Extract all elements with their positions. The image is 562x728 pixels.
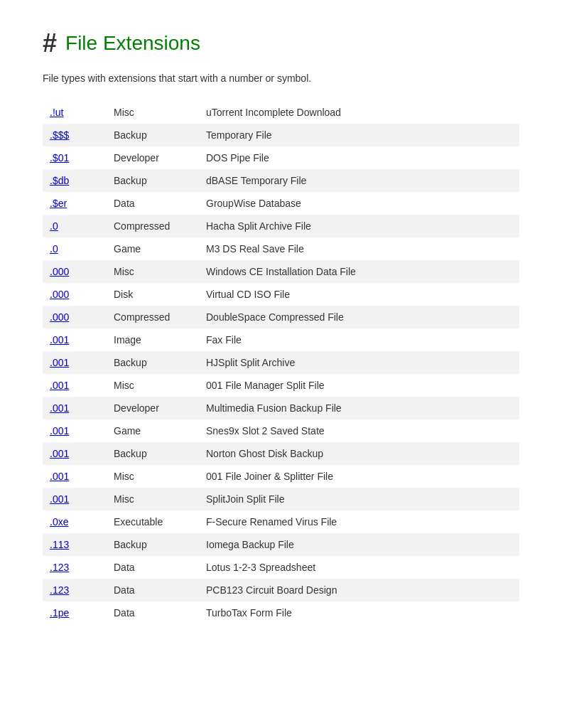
ext-link[interactable]: .000 bbox=[50, 266, 69, 277]
table-row: .0xeExecutableF-Secure Renamed Virus Fil… bbox=[43, 510, 519, 533]
table-row: .001BackupHJSplit Split Archive bbox=[43, 351, 519, 374]
description-cell: DoubleSpace Compressed File bbox=[199, 306, 519, 328]
ext-link[interactable]: .001 bbox=[50, 448, 69, 459]
category-cell: Compressed bbox=[107, 215, 199, 237]
description-cell: Hacha Split Archive File bbox=[199, 215, 519, 237]
description-cell: DOS Pipe File bbox=[199, 146, 519, 169]
table-row: .1peDataTurboTax Form File bbox=[43, 601, 519, 624]
category-cell: Game bbox=[107, 419, 199, 442]
table-row: .0GameM3 DS Real Save File bbox=[43, 237, 519, 260]
ext-link[interactable]: .001 bbox=[50, 380, 69, 391]
description-cell: F-Secure Renamed Virus File bbox=[199, 510, 519, 533]
category-cell: Misc bbox=[107, 101, 199, 124]
ext-link[interactable]: .001 bbox=[50, 425, 69, 437]
description-cell: 001 File Joiner & Splitter File bbox=[199, 465, 519, 488]
page-header: # File Extensions bbox=[43, 28, 519, 58]
description-cell: M3 DS Real Save File bbox=[199, 237, 519, 260]
ext-link[interactable]: .113 bbox=[50, 539, 69, 550]
category-cell: Misc bbox=[107, 260, 199, 283]
description-cell: Iomega Backup File bbox=[199, 533, 519, 556]
hash-symbol: # bbox=[43, 28, 57, 58]
ext-link[interactable]: .001 bbox=[50, 357, 69, 368]
description-cell: dBASE Temporary File bbox=[199, 169, 519, 192]
description-cell: GroupWise Database bbox=[199, 192, 519, 215]
ext-link[interactable]: .001 bbox=[50, 493, 69, 505]
description-cell: Lotus 1-2-3 Spreadsheet bbox=[199, 556, 519, 579]
ext-link[interactable]: .$db bbox=[50, 175, 69, 186]
ext-link[interactable]: .0 bbox=[50, 220, 58, 232]
ext-link[interactable]: .001 bbox=[50, 471, 69, 482]
description-cell: SplitJoin Split File bbox=[199, 488, 519, 510]
description-cell: Virtual CD ISO File bbox=[199, 283, 519, 306]
category-cell: Backup bbox=[107, 124, 199, 146]
category-cell: Backup bbox=[107, 169, 199, 192]
table-row: .001DeveloperMultimedia Fusion Backup Fi… bbox=[43, 397, 519, 419]
category-cell: Data bbox=[107, 556, 199, 579]
table-row: .000DiskVirtual CD ISO File bbox=[43, 283, 519, 306]
category-cell: Backup bbox=[107, 442, 199, 465]
category-cell: Developer bbox=[107, 146, 199, 169]
table-row: .000MiscWindows CE Installation Data Fil… bbox=[43, 260, 519, 283]
category-cell: Misc bbox=[107, 488, 199, 510]
ext-link[interactable]: .000 bbox=[50, 289, 69, 300]
ext-link[interactable]: .123 bbox=[50, 584, 69, 596]
ext-link[interactable]: .123 bbox=[50, 562, 69, 573]
table-row: .$erDataGroupWise Database bbox=[43, 192, 519, 215]
table-row: .$$$BackupTemporary File bbox=[43, 124, 519, 146]
table-row: .0CompressedHacha Split Archive File bbox=[43, 215, 519, 237]
category-cell: Game bbox=[107, 237, 199, 260]
category-cell: Executable bbox=[107, 510, 199, 533]
table-row: .001MiscSplitJoin Split File bbox=[43, 488, 519, 510]
category-cell: Data bbox=[107, 192, 199, 215]
category-cell: Misc bbox=[107, 465, 199, 488]
category-cell: Misc bbox=[107, 374, 199, 397]
description-cell: uTorrent Incomplete Download bbox=[199, 101, 519, 124]
category-cell: Backup bbox=[107, 351, 199, 374]
ext-link[interactable]: .$er bbox=[50, 198, 67, 209]
description-cell: PCB123 Circuit Board Design bbox=[199, 579, 519, 601]
ext-link[interactable]: .001 bbox=[50, 334, 69, 346]
table-row: .001GameSnes9x Slot 2 Saved State bbox=[43, 419, 519, 442]
table-row: .001ImageFax File bbox=[43, 328, 519, 351]
table-row: .001Misc001 File Joiner & Splitter File bbox=[43, 465, 519, 488]
table-row: .000CompressedDoubleSpace Compressed Fil… bbox=[43, 306, 519, 328]
description-cell: HJSplit Split Archive bbox=[199, 351, 519, 374]
description-cell: Temporary File bbox=[199, 124, 519, 146]
ext-link[interactable]: .1pe bbox=[50, 607, 69, 619]
table-row: .001Misc001 File Manager Split File bbox=[43, 374, 519, 397]
table-row: .$01DeveloperDOS Pipe File bbox=[43, 146, 519, 169]
category-cell: Disk bbox=[107, 283, 199, 306]
description-cell: Fax File bbox=[199, 328, 519, 351]
category-cell: Data bbox=[107, 601, 199, 624]
description-cell: Norton Ghost Disk Backup bbox=[199, 442, 519, 465]
ext-link[interactable]: .$01 bbox=[50, 152, 69, 164]
table-row: .113BackupIomega Backup File bbox=[43, 533, 519, 556]
table-row: .123DataLotus 1-2-3 Spreadsheet bbox=[43, 556, 519, 579]
description-cell: Snes9x Slot 2 Saved State bbox=[199, 419, 519, 442]
description-cell: 001 File Manager Split File bbox=[199, 374, 519, 397]
ext-link[interactable]: .000 bbox=[50, 311, 69, 323]
page-description: File types with extensions that start wi… bbox=[43, 73, 519, 84]
description-cell: Multimedia Fusion Backup File bbox=[199, 397, 519, 419]
category-cell: Developer bbox=[107, 397, 199, 419]
category-cell: Image bbox=[107, 328, 199, 351]
table-row: .001BackupNorton Ghost Disk Backup bbox=[43, 442, 519, 465]
table-row: .123DataPCB123 Circuit Board Design bbox=[43, 579, 519, 601]
description-cell: Windows CE Installation Data File bbox=[199, 260, 519, 283]
table-row: .!utMiscuTorrent Incomplete Download bbox=[43, 101, 519, 124]
ext-link[interactable]: .001 bbox=[50, 402, 69, 414]
file-extensions-table: .!utMiscuTorrent Incomplete Download.$$$… bbox=[43, 101, 519, 624]
table-row: .$dbBackupdBASE Temporary File bbox=[43, 169, 519, 192]
ext-link[interactable]: .$$$ bbox=[50, 129, 69, 141]
ext-link[interactable]: .0 bbox=[50, 243, 58, 255]
ext-link[interactable]: .0xe bbox=[50, 516, 68, 528]
page-title: File Extensions bbox=[65, 32, 200, 55]
category-cell: Backup bbox=[107, 533, 199, 556]
category-cell: Data bbox=[107, 579, 199, 601]
description-cell: TurboTax Form File bbox=[199, 601, 519, 624]
category-cell: Compressed bbox=[107, 306, 199, 328]
ext-link[interactable]: .!ut bbox=[50, 107, 63, 118]
